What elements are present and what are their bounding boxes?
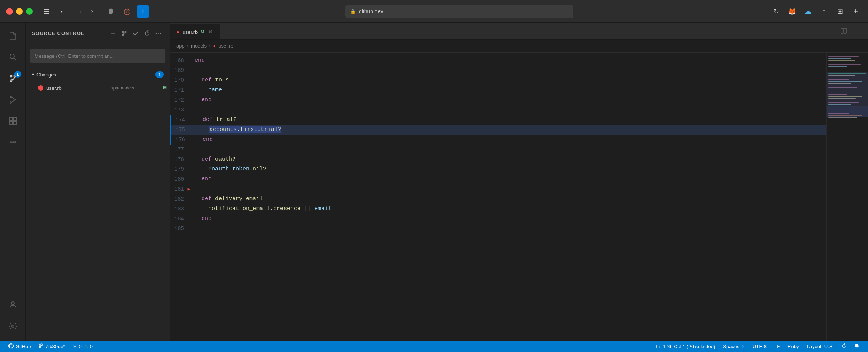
- svg-rect-30: [828, 58, 851, 59]
- svg-rect-34: [828, 68, 853, 68]
- commit-message-input[interactable]: [30, 49, 165, 63]
- svg-rect-19: [111, 35, 115, 35]
- line-content-179: !oauth_token.nil?: [192, 164, 826, 174]
- commit-input-area: [26, 44, 170, 68]
- code-line-183: 183 notification_email.presence || email: [170, 204, 826, 214]
- tab-more-button[interactable]: [836, 24, 852, 39]
- chevron-down-icon: ▾: [32, 72, 34, 77]
- line-content-184: end: [192, 214, 826, 224]
- status-errors[interactable]: ✕ 0 ⚠ 0: [69, 341, 97, 352]
- status-encoding[interactable]: UTF-8: [749, 341, 770, 352]
- svg-rect-28: [844, 28, 846, 33]
- close-button[interactable]: [6, 8, 13, 15]
- svg-rect-2: [44, 13, 49, 14]
- fox-icon[interactable]: 🦊: [786, 5, 798, 18]
- status-spaces[interactable]: Spaces: 2: [719, 341, 749, 352]
- line-content-170: def to_s: [192, 75, 826, 85]
- changes-header[interactable]: ▾ Changes 1: [26, 68, 170, 81]
- layout-text: Layout: U.S.: [806, 344, 834, 349]
- file-open-icon[interactable]: [134, 84, 143, 92]
- warning-count: 0: [90, 344, 93, 349]
- breadcrumb-file[interactable]: user.rb: [218, 43, 233, 49]
- back-button[interactable]: ‹: [75, 6, 86, 17]
- svg-point-15: [11, 302, 14, 305]
- activity-search[interactable]: [3, 47, 23, 67]
- line-num-168: 168: [170, 56, 192, 65]
- status-language[interactable]: Ruby: [784, 341, 803, 352]
- breadcrumb-models[interactable]: models: [191, 43, 207, 49]
- code-line-174: 174 def trial?: [170, 115, 826, 125]
- sidebar-more-icon[interactable]: ···: [153, 28, 164, 39]
- activity-source-control[interactable]: 1: [3, 68, 23, 88]
- status-eol[interactable]: LF: [770, 341, 784, 352]
- line-num-170: 170: [170, 75, 192, 85]
- breadcrumb-app[interactable]: app: [176, 43, 185, 49]
- activity-more[interactable]: •••: [3, 132, 23, 152]
- svg-rect-47: [828, 102, 859, 103]
- file-modified-dot: [38, 85, 43, 91]
- activity-run[interactable]: [3, 90, 23, 110]
- svg-rect-40: [828, 83, 851, 84]
- code-line-184: 184 end: [170, 214, 826, 224]
- svg-point-5: [10, 75, 12, 77]
- svg-point-55: [40, 344, 41, 345]
- line-num-169: 169: [170, 65, 192, 75]
- activity-account[interactable]: [3, 295, 23, 315]
- line-content-176: end: [193, 135, 826, 145]
- status-bell[interactable]: [851, 341, 863, 352]
- breadcrumb-sep-1: ›: [187, 43, 188, 49]
- activity-settings[interactable]: [3, 316, 23, 336]
- source-control-badge: 1: [14, 71, 21, 78]
- sidebar-title: SOURCE CONTROL: [32, 30, 108, 36]
- status-sync[interactable]: [838, 341, 851, 352]
- line-num-181: 181▶: [170, 184, 192, 194]
- file-discard-icon[interactable]: ↺: [143, 84, 152, 92]
- cloud-icon[interactable]: ☁: [802, 5, 814, 18]
- svg-point-3: [10, 54, 14, 59]
- svg-rect-31: [828, 60, 855, 61]
- code-line-169: 169: [170, 65, 826, 75]
- minimap[interactable]: [826, 53, 868, 341]
- code-line-179: 179 !oauth_token.nil?: [170, 164, 826, 174]
- sidebar-check-icon[interactable]: [130, 28, 141, 39]
- activity-explorer[interactable]: [3, 26, 23, 46]
- lock-icon: 🔒: [350, 9, 356, 14]
- layout-dropdown-icon[interactable]: [55, 5, 68, 18]
- activity-extensions[interactable]: [3, 111, 23, 131]
- sidebar-header: SOURCE CONTROL: [26, 23, 170, 44]
- status-branch[interactable]: 7fb30de*: [35, 341, 69, 352]
- code-line-182: 182 def delivery_email: [170, 194, 826, 204]
- editor-more-button[interactable]: ···: [853, 24, 868, 39]
- status-github[interactable]: GitHub: [5, 341, 35, 352]
- sidebar-list-icon[interactable]: [108, 28, 118, 39]
- add-icon[interactable]: +: [850, 5, 862, 18]
- info-icon[interactable]: i: [137, 5, 149, 18]
- sidebar-actions: ···: [108, 28, 164, 39]
- tab-close-button[interactable]: ✕: [207, 29, 214, 35]
- tab-user-rb[interactable]: ● user.rb M ✕: [170, 24, 220, 39]
- share-icon[interactable]: ↑: [818, 5, 830, 18]
- forward-button[interactable]: ›: [87, 6, 97, 17]
- nav-arrows: ‹ ›: [75, 6, 97, 17]
- codesandbox-icon[interactable]: ◎: [121, 5, 133, 18]
- line-num-180: 180: [170, 174, 192, 184]
- sidebar-branch-icon[interactable]: [119, 28, 130, 39]
- refresh-icon[interactable]: ↻: [770, 5, 782, 18]
- sidebar-toggle-icon[interactable]: [40, 5, 52, 18]
- address-bar[interactable]: 🔒 github.dev: [345, 5, 573, 18]
- code-line-170: 170 def to_s: [170, 75, 826, 85]
- code-editor[interactable]: 168 end 169 170 def to_s 171 name: [170, 53, 826, 341]
- line-num-177: 177: [170, 145, 192, 154]
- titlebar: ‹ › ◎ i 🔒 github.dev ↻ 🦊 ☁ ↑ ⊞ +: [0, 0, 868, 23]
- file-path: app/models: [111, 85, 134, 91]
- file-stage-icon[interactable]: +: [152, 84, 161, 92]
- shield-icon[interactable]: [105, 5, 117, 18]
- grid-icon[interactable]: ⊞: [834, 5, 846, 18]
- maximize-button[interactable]: [26, 8, 33, 15]
- line-num-171: 171: [170, 85, 192, 95]
- file-item-user-rb[interactable]: user.rb app/models ↺ + M: [26, 81, 170, 94]
- sidebar-refresh-icon[interactable]: [142, 28, 152, 39]
- status-position[interactable]: Ln 176, Col 1 (26 selected): [652, 341, 719, 352]
- status-layout[interactable]: Layout: U.S.: [803, 341, 838, 352]
- minimize-button[interactable]: [16, 8, 23, 15]
